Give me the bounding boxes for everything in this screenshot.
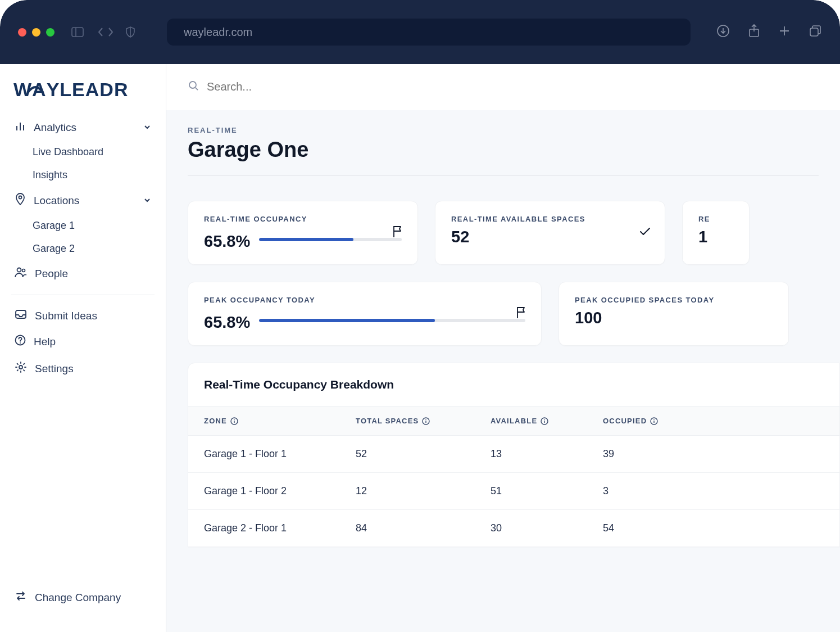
th-total[interactable]: TOTAL SPACES bbox=[356, 417, 491, 425]
divider bbox=[11, 295, 155, 295]
cell-available: 13 bbox=[491, 448, 603, 460]
sidebar-item-submit-ideas[interactable]: Submit Ideas bbox=[11, 303, 155, 328]
progress-bar bbox=[259, 319, 525, 322]
svg-point-28 bbox=[544, 419, 545, 420]
th-zone[interactable]: ZONE bbox=[204, 417, 356, 425]
svg-point-17 bbox=[19, 365, 22, 369]
sidebar-item-settings[interactable]: Settings bbox=[11, 355, 155, 382]
sidebar-item-analytics[interactable]: Analytics bbox=[11, 114, 155, 141]
sidebar-subitem-insights[interactable]: Insights bbox=[11, 164, 155, 187]
cell-total: 12 bbox=[356, 485, 491, 497]
cell-occupied: 39 bbox=[603, 448, 715, 460]
sidebar-item-label: Help bbox=[34, 336, 56, 348]
sidebar-item-label: Settings bbox=[35, 363, 74, 375]
share-icon[interactable] bbox=[748, 24, 760, 40]
card-realtime-occupancy: REAL-TIME OCCUPANCY 65.8% bbox=[188, 201, 418, 265]
card-label: REAL-TIME AVAILABLE SPACES bbox=[451, 215, 649, 223]
card-value: 1 bbox=[698, 228, 749, 246]
window-controls bbox=[18, 28, 55, 37]
cell-total: 84 bbox=[356, 522, 491, 534]
browser-chrome: wayleadr.com bbox=[0, 0, 840, 64]
close-window-button[interactable] bbox=[18, 28, 26, 37]
minimize-window-button[interactable] bbox=[32, 28, 40, 37]
help-icon bbox=[15, 335, 26, 349]
card-label: RE bbox=[698, 215, 749, 223]
sidebar-item-help[interactable]: Help bbox=[11, 328, 155, 355]
forward-icon[interactable] bbox=[107, 27, 114, 37]
card-realtime-available: REAL-TIME AVAILABLE SPACES 52 bbox=[435, 201, 665, 265]
cell-occupied: 54 bbox=[603, 522, 715, 534]
svg-rect-0 bbox=[72, 28, 83, 37]
main-content: REAL-TIME Garage One REAL-TIME OCCUPANCY… bbox=[166, 64, 840, 632]
info-icon bbox=[541, 417, 548, 425]
shield-icon[interactable] bbox=[125, 26, 135, 38]
cell-zone: Garage 1 - Floor 1 bbox=[204, 448, 356, 460]
svg-point-31 bbox=[653, 419, 655, 420]
people-icon bbox=[15, 267, 27, 281]
chevron-down-icon bbox=[143, 121, 151, 134]
maximize-window-button[interactable] bbox=[46, 28, 55, 37]
chevron-down-icon bbox=[143, 195, 151, 207]
gear-icon bbox=[15, 361, 27, 376]
card-label: PEAK OCCUPIED SPACES TODAY bbox=[575, 296, 788, 304]
sidebar-item-label: Locations bbox=[34, 195, 79, 207]
svg-point-12 bbox=[17, 268, 21, 272]
sidebar-subitem-garage-2[interactable]: Garage 2 bbox=[11, 237, 155, 260]
svg-rect-14 bbox=[16, 310, 26, 318]
table-header-row: ZONE TOTAL SPACES AVAILABLE OCCUPIED bbox=[188, 406, 839, 436]
table-row: Garage 1 - Floor 2 12 51 3 bbox=[188, 473, 839, 510]
swap-icon bbox=[15, 590, 27, 604]
inbox-icon bbox=[15, 309, 27, 322]
svg-point-16 bbox=[20, 342, 21, 344]
table-row: Garage 2 - Floor 1 84 30 54 bbox=[188, 510, 839, 547]
table-row: Garage 1 - Floor 1 52 13 39 bbox=[188, 436, 839, 473]
th-available[interactable]: AVAILABLE bbox=[491, 417, 603, 425]
sidebar-item-label: Analytics bbox=[34, 121, 76, 134]
th-occupied[interactable]: OCCUPIED bbox=[603, 417, 715, 425]
card-value: 52 bbox=[451, 228, 649, 246]
card-peak-occupied-spaces: PEAK OCCUPIED SPACES TODAY 100 bbox=[559, 282, 789, 346]
sidebar-item-people[interactable]: People bbox=[11, 260, 155, 287]
downloads-icon[interactable] bbox=[716, 24, 730, 40]
tabs-icon[interactable] bbox=[809, 24, 822, 40]
page-eyebrow: REAL-TIME bbox=[188, 121, 840, 134]
sidebar-item-locations[interactable]: Locations bbox=[11, 187, 155, 214]
check-icon bbox=[639, 227, 651, 239]
analytics-icon bbox=[15, 120, 26, 134]
search-input[interactable] bbox=[207, 80, 375, 93]
sidebar-toggle-icon[interactable] bbox=[71, 27, 84, 37]
svg-rect-7 bbox=[810, 28, 818, 36]
info-icon bbox=[422, 417, 430, 425]
cell-total: 52 bbox=[356, 448, 491, 460]
brand-logo: WAYLEADR bbox=[11, 79, 155, 114]
new-tab-icon[interactable] bbox=[778, 25, 791, 39]
search-bar[interactable] bbox=[166, 64, 840, 110]
sidebar: WAYLEADR Analytics Live Dashboard Insigh… bbox=[0, 64, 166, 632]
card-peak-occupancy: PEAK OCCUPANCY TODAY 65.8% bbox=[188, 282, 542, 346]
progress-bar bbox=[259, 238, 402, 241]
search-icon bbox=[188, 80, 199, 94]
card-label: REAL-TIME OCCUPANCY bbox=[204, 215, 402, 223]
url-text: wayleadr.com bbox=[184, 26, 252, 39]
sidebar-item-change-company[interactable]: Change Company bbox=[11, 584, 155, 611]
info-icon bbox=[650, 417, 658, 425]
svg-point-22 bbox=[234, 419, 235, 420]
page-title: Garage One bbox=[188, 134, 840, 175]
cell-available: 30 bbox=[491, 522, 603, 534]
address-bar[interactable]: wayleadr.com bbox=[167, 19, 691, 46]
svg-line-19 bbox=[196, 88, 198, 90]
sidebar-item-label: Change Company bbox=[35, 592, 121, 604]
svg-point-18 bbox=[189, 82, 196, 88]
sidebar-subitem-garage-1[interactable]: Garage 1 bbox=[11, 214, 155, 237]
svg-point-13 bbox=[22, 269, 25, 272]
occupancy-breakdown-table: Real-Time Occupancy Breakdown ZONE TOTAL… bbox=[188, 363, 840, 547]
svg-point-25 bbox=[426, 419, 427, 420]
svg-point-11 bbox=[19, 196, 22, 199]
card-partial-cutoff: RE 1 bbox=[682, 201, 750, 265]
sidebar-subitem-live-dashboard[interactable]: Live Dashboard bbox=[11, 141, 155, 164]
cell-available: 51 bbox=[491, 485, 603, 497]
flag-icon bbox=[515, 306, 528, 322]
card-value: 65.8% bbox=[204, 232, 250, 251]
back-icon[interactable] bbox=[97, 27, 104, 37]
card-value: 100 bbox=[575, 309, 788, 327]
